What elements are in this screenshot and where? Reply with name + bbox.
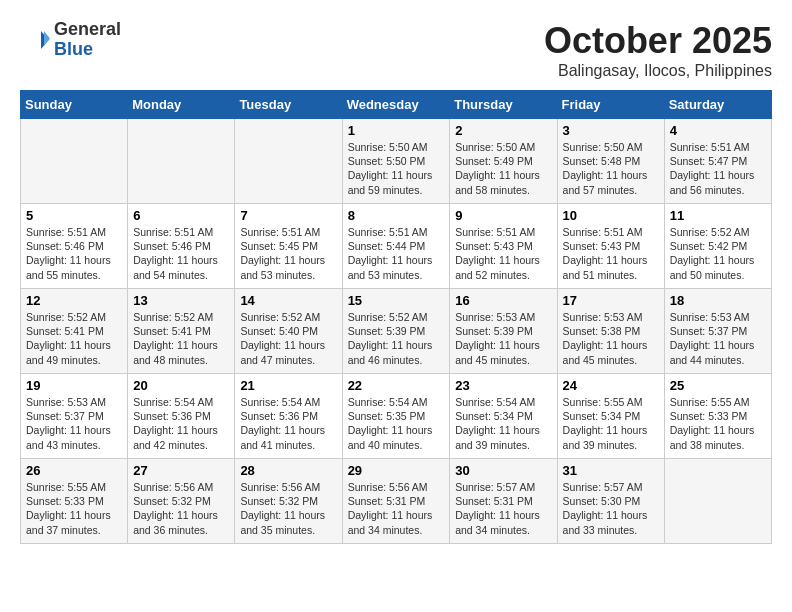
day-number: 5 [26,208,122,223]
calendar-cell: 28Sunrise: 5:56 AM Sunset: 5:32 PM Dayli… [235,459,342,544]
weekday-header-friday: Friday [557,91,664,119]
weekday-header-saturday: Saturday [664,91,771,119]
day-number: 12 [26,293,122,308]
day-number: 2 [455,123,551,138]
day-info: Sunrise: 5:51 AM Sunset: 5:46 PM Dayligh… [133,225,229,282]
day-info: Sunrise: 5:51 AM Sunset: 5:43 PM Dayligh… [563,225,659,282]
calendar-cell: 21Sunrise: 5:54 AM Sunset: 5:36 PM Dayli… [235,374,342,459]
logo-general: General [54,19,121,39]
calendar-cell: 26Sunrise: 5:55 AM Sunset: 5:33 PM Dayli… [21,459,128,544]
day-number: 14 [240,293,336,308]
day-number: 21 [240,378,336,393]
calendar-cell: 16Sunrise: 5:53 AM Sunset: 5:39 PM Dayli… [450,289,557,374]
calendar-cell: 22Sunrise: 5:54 AM Sunset: 5:35 PM Dayli… [342,374,450,459]
day-number: 18 [670,293,766,308]
page-header: General Blue October 2025 Balingasay, Il… [20,20,772,80]
day-info: Sunrise: 5:51 AM Sunset: 5:46 PM Dayligh… [26,225,122,282]
calendar-cell: 25Sunrise: 5:55 AM Sunset: 5:33 PM Dayli… [664,374,771,459]
day-number: 31 [563,463,659,478]
calendar-cell [128,119,235,204]
calendar-cell: 6Sunrise: 5:51 AM Sunset: 5:46 PM Daylig… [128,204,235,289]
calendar-cell: 18Sunrise: 5:53 AM Sunset: 5:37 PM Dayli… [664,289,771,374]
calendar-cell: 20Sunrise: 5:54 AM Sunset: 5:36 PM Dayli… [128,374,235,459]
day-number: 11 [670,208,766,223]
calendar-week-4: 26Sunrise: 5:55 AM Sunset: 5:33 PM Dayli… [21,459,772,544]
day-number: 13 [133,293,229,308]
calendar-week-3: 19Sunrise: 5:53 AM Sunset: 5:37 PM Dayli… [21,374,772,459]
weekday-header-sunday: Sunday [21,91,128,119]
day-info: Sunrise: 5:55 AM Sunset: 5:33 PM Dayligh… [670,395,766,452]
day-info: Sunrise: 5:51 AM Sunset: 5:44 PM Dayligh… [348,225,445,282]
day-number: 4 [670,123,766,138]
day-info: Sunrise: 5:55 AM Sunset: 5:34 PM Dayligh… [563,395,659,452]
calendar-week-2: 12Sunrise: 5:52 AM Sunset: 5:41 PM Dayli… [21,289,772,374]
calendar-cell: 8Sunrise: 5:51 AM Sunset: 5:44 PM Daylig… [342,204,450,289]
day-info: Sunrise: 5:56 AM Sunset: 5:31 PM Dayligh… [348,480,445,537]
calendar-cell: 13Sunrise: 5:52 AM Sunset: 5:41 PM Dayli… [128,289,235,374]
calendar-cell: 9Sunrise: 5:51 AM Sunset: 5:43 PM Daylig… [450,204,557,289]
day-info: Sunrise: 5:52 AM Sunset: 5:42 PM Dayligh… [670,225,766,282]
calendar-cell: 4Sunrise: 5:51 AM Sunset: 5:47 PM Daylig… [664,119,771,204]
weekday-header-thursday: Thursday [450,91,557,119]
day-number: 29 [348,463,445,478]
day-number: 8 [348,208,445,223]
logo-icon [20,25,50,55]
day-number: 3 [563,123,659,138]
day-info: Sunrise: 5:56 AM Sunset: 5:32 PM Dayligh… [133,480,229,537]
day-number: 10 [563,208,659,223]
day-number: 27 [133,463,229,478]
weekday-header-monday: Monday [128,91,235,119]
day-info: Sunrise: 5:50 AM Sunset: 5:48 PM Dayligh… [563,140,659,197]
day-number: 7 [240,208,336,223]
calendar-cell: 23Sunrise: 5:54 AM Sunset: 5:34 PM Dayli… [450,374,557,459]
day-info: Sunrise: 5:50 AM Sunset: 5:50 PM Dayligh… [348,140,445,197]
calendar-header: SundayMondayTuesdayWednesdayThursdayFrid… [21,91,772,119]
day-info: Sunrise: 5:54 AM Sunset: 5:34 PM Dayligh… [455,395,551,452]
calendar-cell: 11Sunrise: 5:52 AM Sunset: 5:42 PM Dayli… [664,204,771,289]
day-info: Sunrise: 5:56 AM Sunset: 5:32 PM Dayligh… [240,480,336,537]
calendar-cell: 10Sunrise: 5:51 AM Sunset: 5:43 PM Dayli… [557,204,664,289]
day-number: 30 [455,463,551,478]
weekday-header-row: SundayMondayTuesdayWednesdayThursdayFrid… [21,91,772,119]
calendar-cell: 12Sunrise: 5:52 AM Sunset: 5:41 PM Dayli… [21,289,128,374]
calendar-body: 1Sunrise: 5:50 AM Sunset: 5:50 PM Daylig… [21,119,772,544]
day-number: 6 [133,208,229,223]
calendar-cell: 30Sunrise: 5:57 AM Sunset: 5:31 PM Dayli… [450,459,557,544]
calendar-cell: 29Sunrise: 5:56 AM Sunset: 5:31 PM Dayli… [342,459,450,544]
day-number: 19 [26,378,122,393]
calendar-cell [21,119,128,204]
calendar-cell: 7Sunrise: 5:51 AM Sunset: 5:45 PM Daylig… [235,204,342,289]
title-block: October 2025 Balingasay, Ilocos, Philipp… [544,20,772,80]
calendar-cell: 15Sunrise: 5:52 AM Sunset: 5:39 PM Dayli… [342,289,450,374]
day-number: 1 [348,123,445,138]
day-info: Sunrise: 5:54 AM Sunset: 5:36 PM Dayligh… [133,395,229,452]
day-info: Sunrise: 5:54 AM Sunset: 5:36 PM Dayligh… [240,395,336,452]
day-info: Sunrise: 5:51 AM Sunset: 5:43 PM Dayligh… [455,225,551,282]
day-number: 28 [240,463,336,478]
day-info: Sunrise: 5:57 AM Sunset: 5:30 PM Dayligh… [563,480,659,537]
day-info: Sunrise: 5:51 AM Sunset: 5:45 PM Dayligh… [240,225,336,282]
calendar-week-1: 5Sunrise: 5:51 AM Sunset: 5:46 PM Daylig… [21,204,772,289]
calendar-cell: 31Sunrise: 5:57 AM Sunset: 5:30 PM Dayli… [557,459,664,544]
calendar-week-0: 1Sunrise: 5:50 AM Sunset: 5:50 PM Daylig… [21,119,772,204]
calendar-table: SundayMondayTuesdayWednesdayThursdayFrid… [20,90,772,544]
day-info: Sunrise: 5:52 AM Sunset: 5:40 PM Dayligh… [240,310,336,367]
day-info: Sunrise: 5:55 AM Sunset: 5:33 PM Dayligh… [26,480,122,537]
calendar-cell: 19Sunrise: 5:53 AM Sunset: 5:37 PM Dayli… [21,374,128,459]
day-info: Sunrise: 5:52 AM Sunset: 5:41 PM Dayligh… [26,310,122,367]
day-info: Sunrise: 5:54 AM Sunset: 5:35 PM Dayligh… [348,395,445,452]
calendar-cell: 27Sunrise: 5:56 AM Sunset: 5:32 PM Dayli… [128,459,235,544]
day-number: 17 [563,293,659,308]
calendar-cell: 3Sunrise: 5:50 AM Sunset: 5:48 PM Daylig… [557,119,664,204]
day-info: Sunrise: 5:57 AM Sunset: 5:31 PM Dayligh… [455,480,551,537]
day-number: 26 [26,463,122,478]
day-info: Sunrise: 5:52 AM Sunset: 5:39 PM Dayligh… [348,310,445,367]
day-number: 22 [348,378,445,393]
location-subtitle: Balingasay, Ilocos, Philippines [544,62,772,80]
day-info: Sunrise: 5:53 AM Sunset: 5:37 PM Dayligh… [26,395,122,452]
day-number: 20 [133,378,229,393]
day-info: Sunrise: 5:53 AM Sunset: 5:38 PM Dayligh… [563,310,659,367]
day-info: Sunrise: 5:50 AM Sunset: 5:49 PM Dayligh… [455,140,551,197]
calendar-cell [664,459,771,544]
svg-marker-1 [44,31,50,46]
